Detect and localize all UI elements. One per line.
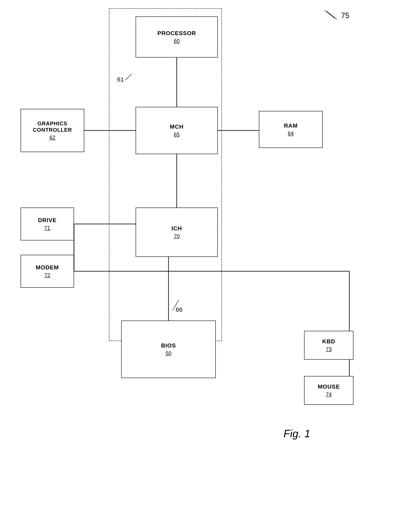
- drive-box: DRIVE 71: [20, 208, 74, 241]
- bios-box: BIOS 50: [121, 321, 216, 378]
- bios-number: 50: [166, 350, 171, 356]
- kbd-number: 73: [326, 346, 332, 352]
- annotation-61: 61: [117, 76, 124, 83]
- diagram-container: PROCESSOR 60 MCH 65 ICH 70 BIOS 50 GRAPH…: [0, 0, 398, 532]
- annotation-75: 75: [341, 11, 349, 20]
- mch-box: MCH 65: [136, 107, 218, 154]
- mouse-number: 74: [326, 391, 332, 398]
- ram-label: RAM: [284, 122, 298, 129]
- processor-number: 60: [174, 38, 180, 44]
- modem-number: 72: [44, 272, 50, 279]
- ich-number: 70: [174, 233, 180, 239]
- processor-box: PROCESSOR 60: [136, 16, 218, 57]
- bios-label: BIOS: [161, 342, 176, 349]
- modem-label: MODEM: [36, 264, 59, 271]
- kbd-box: KBD 73: [304, 331, 354, 360]
- processor-label: PROCESSOR: [157, 30, 196, 37]
- annotation-66: 66: [176, 306, 183, 313]
- drive-label: DRIVE: [38, 217, 57, 224]
- kbd-label: KBD: [322, 338, 335, 345]
- mch-label: MCH: [170, 123, 184, 130]
- mch-number: 65: [174, 131, 180, 138]
- ich-label: ICH: [171, 225, 182, 232]
- figure-label: Fig. 1: [284, 427, 310, 440]
- ich-box: ICH 70: [136, 208, 218, 257]
- modem-box: MODEM 72: [20, 255, 74, 288]
- graphics-controller-number: 62: [50, 134, 56, 141]
- graphics-controller-box: GRAPHICS CONTROLLER 62: [20, 109, 84, 152]
- graphics-controller-label: GRAPHICS CONTROLLER: [33, 120, 72, 133]
- svg-line-0: [325, 10, 335, 19]
- ram-box: RAM 64: [259, 111, 322, 148]
- drive-number: 71: [44, 225, 50, 231]
- ram-number: 64: [288, 130, 294, 137]
- mouse-box: MOUSE 74: [304, 376, 354, 405]
- mouse-label: MOUSE: [318, 383, 340, 390]
- system-dashed-boundary: [109, 8, 222, 341]
